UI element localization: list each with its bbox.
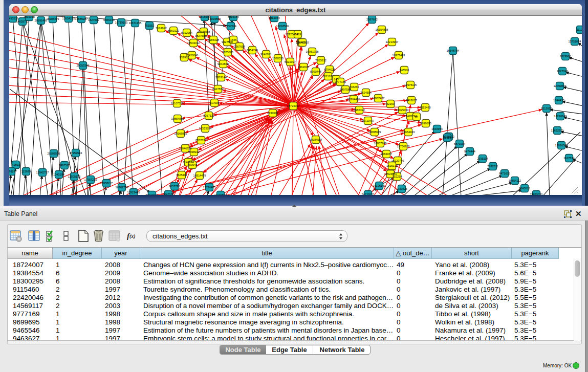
svg-text:917006: 917006: [210, 101, 220, 104]
svg-text:5875685: 5875685: [222, 51, 233, 54]
svg-text:115689: 115689: [21, 170, 31, 173]
svg-text:7986322: 7986322: [354, 108, 365, 112]
svg-text:16782759: 16782759: [116, 186, 128, 189]
svg-text:20691406: 20691406: [35, 19, 48, 22]
svg-text:10688609: 10688609: [368, 130, 381, 134]
svg-text:9242848: 9242848: [217, 62, 229, 65]
svg-text:10958117: 10958117: [100, 182, 113, 185]
svg-text:748506: 748506: [400, 69, 409, 72]
svg-text:17957225: 17957225: [84, 178, 97, 181]
svg-text:20206536: 20206536: [48, 152, 60, 155]
svg-text:13226058: 13226058: [198, 30, 210, 33]
svg-text:10543312: 10543312: [187, 41, 200, 45]
svg-text:8578332: 8578332: [195, 139, 207, 142]
svg-text:8454749: 8454749: [247, 49, 258, 52]
svg-text:8267110: 8267110: [203, 114, 214, 117]
svg-text:10655287: 10655287: [75, 17, 88, 20]
svg-text:1733426: 1733426: [396, 187, 407, 190]
svg-text:8215955: 8215955: [541, 107, 552, 110]
svg-text:8471616: 8471616: [499, 172, 510, 175]
svg-text:15751074: 15751074: [569, 40, 581, 43]
svg-text:8660123: 8660123: [168, 29, 179, 32]
svg-text:39119: 39119: [9, 170, 15, 173]
svg-text:15720407: 15720407: [362, 119, 375, 122]
svg-text:9115460: 9115460: [420, 106, 430, 109]
svg-text:16120746: 16120746: [391, 159, 404, 162]
svg-text:1167534: 1167534: [563, 157, 574, 160]
svg-text:19756928: 19756928: [397, 145, 410, 148]
svg-text:19166825: 19166825: [175, 132, 187, 135]
svg-text:2330203: 2330203: [267, 112, 278, 115]
svg-text:12213967: 12213967: [386, 40, 399, 43]
svg-text:9146821: 9146821: [260, 53, 272, 56]
svg-text:(x): (x): [129, 233, 136, 239]
svg-text:10025453: 10025453: [396, 108, 409, 112]
svg-text:7632611: 7632611: [487, 165, 498, 168]
svg-text:16648784: 16648784: [447, 49, 460, 52]
svg-text:9227342: 9227342: [557, 70, 568, 73]
svg-text:8912954: 8912954: [181, 31, 192, 34]
svg-text:59388: 59388: [443, 136, 451, 139]
svg-text:1640954: 1640954: [431, 127, 443, 130]
svg-text:252214: 252214: [393, 175, 402, 178]
svg-text:2087682: 2087682: [366, 18, 378, 21]
svg-text:8186328: 8186328: [208, 38, 219, 41]
svg-text:12093873: 12093873: [554, 84, 567, 87]
svg-text:1546: 1546: [230, 38, 236, 41]
svg-text:6794028: 6794028: [324, 68, 335, 71]
svg-text:62160: 62160: [386, 102, 395, 105]
svg-text:9657791: 9657791: [169, 185, 180, 188]
svg-text:9329966: 9329966: [560, 55, 571, 58]
svg-text:9699695: 9699695: [420, 122, 431, 125]
svg-text:8990448: 8990448: [310, 70, 321, 73]
svg-text:1362615: 1362615: [298, 65, 309, 69]
svg-text:1615132: 1615132: [386, 164, 398, 167]
svg-text:6879197: 6879197: [454, 142, 465, 145]
svg-text:20053346: 20053346: [77, 64, 90, 67]
svg-text:18724007: 18724007: [287, 104, 300, 107]
svg-text:7955812: 7955812: [315, 59, 326, 62]
svg-text:8813054: 8813054: [269, 16, 280, 19]
svg-text:9084067: 9084067: [381, 152, 392, 156]
svg-text:16154808: 16154808: [376, 28, 388, 31]
svg-text:9827500: 9827500: [195, 34, 206, 37]
svg-text:12654235: 12654235: [62, 17, 75, 20]
svg-text:14055712: 14055712: [16, 20, 29, 23]
svg-text:7001338: 7001338: [24, 16, 35, 18]
svg-text:5419: 5419: [295, 33, 301, 36]
svg-text:6466160: 6466160: [103, 18, 115, 21]
svg-text:19384554: 19384554: [310, 138, 322, 141]
svg-text:16136141: 16136141: [373, 184, 386, 187]
svg-text:10719155: 10719155: [115, 21, 128, 24]
svg-text:17359924: 17359924: [70, 151, 82, 155]
svg-text:12923445: 12923445: [127, 191, 140, 194]
svg-text:5498222: 5498222: [188, 150, 200, 154]
svg-text:7163822: 7163822: [156, 27, 167, 30]
svg-text:10854112: 10854112: [509, 179, 521, 182]
svg-text:2367608: 2367608: [234, 45, 245, 48]
svg-text:16961758: 16961758: [306, 50, 319, 53]
svg-text:9777169: 9777169: [335, 80, 346, 83]
svg-text:10046756: 10046756: [179, 147, 192, 150]
svg-text:1244415: 1244415: [553, 99, 564, 102]
svg-text:17016504: 17016504: [555, 144, 568, 147]
svg-text:8816184: 8816184: [228, 16, 239, 18]
svg-text:16033809: 16033809: [208, 17, 221, 20]
svg-text:10807487: 10807487: [372, 97, 385, 100]
svg-text:10107553: 10107553: [171, 102, 184, 105]
svg-text:20364436: 20364436: [347, 98, 360, 101]
svg-text:11123: 11123: [577, 28, 582, 31]
svg-text:18807249: 18807249: [374, 142, 387, 145]
svg-text:9245612: 9245612: [519, 187, 530, 190]
svg-text:15640910: 15640910: [296, 41, 309, 44]
svg-text:12975115: 12975115: [404, 83, 417, 86]
svg-text:8427552: 8427552: [212, 87, 224, 91]
svg-text:43501: 43501: [12, 163, 20, 166]
svg-text:7357224: 7357224: [225, 25, 236, 28]
svg-text:10973493: 10973493: [393, 54, 405, 57]
svg-text:18386379: 18386379: [47, 17, 59, 20]
svg-text:19218506: 19218506: [276, 25, 289, 28]
svg-text:3624554: 3624554: [360, 91, 372, 94]
svg-text:9997585: 9997585: [59, 164, 70, 167]
svg-text:12353594: 12353594: [199, 127, 212, 130]
